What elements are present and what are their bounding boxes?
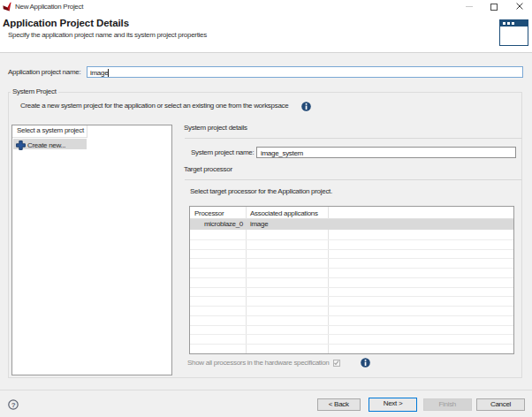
- svg-text:?: ?: [11, 401, 16, 409]
